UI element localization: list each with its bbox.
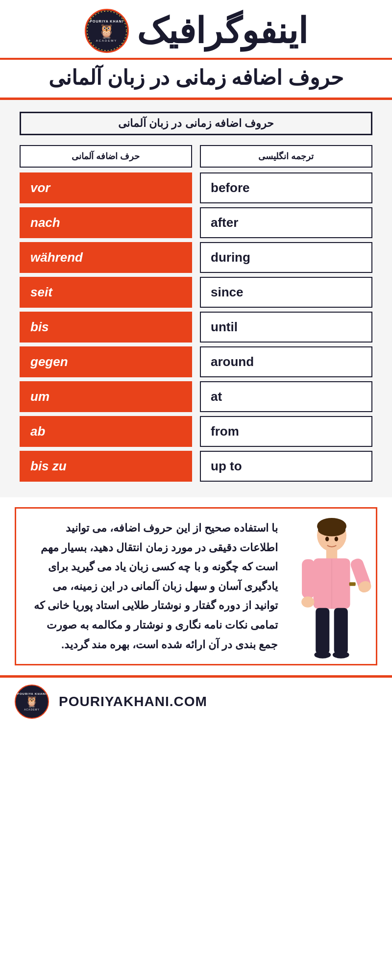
svg-text:★: ★: [122, 41, 124, 46]
cell-german-4: bis: [20, 312, 192, 343]
svg-point-17: [333, 651, 349, 659]
cell-german-2: während: [20, 242, 192, 273]
svg-point-19: [335, 537, 339, 541]
main-content: حروف اضافه زمانی در زبان آلمانی حرف اضاف…: [0, 100, 392, 497]
german-word-4: bis: [30, 319, 49, 335]
sub-header: حروف اضافه زمانی در زبان آلمانی: [0, 60, 392, 100]
table-row: nach after: [20, 207, 372, 238]
cell-german-5: gegen: [20, 346, 192, 377]
table-title-box: حروف اضافه زمانی در زبان آلمانی: [20, 112, 372, 135]
svg-rect-14: [316, 608, 329, 654]
svg-rect-8: [326, 550, 338, 560]
col-header-english: ترجمه انگلیسی: [200, 145, 372, 168]
table-title: حروف اضافه زمانی در زبان آلمانی: [118, 117, 274, 130]
header: POURIYA KHANI 🦉 ACADEMY ★ ★ ★ ★ اینفوگرا…: [0, 0, 392, 60]
cell-english-5: around: [200, 346, 372, 377]
svg-point-0: [87, 11, 126, 50]
person-image: [283, 507, 381, 664]
svg-rect-10: [302, 559, 315, 598]
footer: POURIYA KHANI 🦉 ACADEMY POURIYAKHANI.COM: [0, 675, 392, 726]
english-word-7: from: [211, 424, 239, 439]
header-title: اینفوگرافیک: [137, 13, 308, 49]
svg-point-12: [301, 596, 314, 608]
logo: POURIYA KHANI 🦉 ACADEMY ★ ★ ★ ★: [85, 9, 129, 53]
table-row: während during: [20, 242, 372, 273]
english-word-5: around: [211, 354, 254, 369]
footer-logo-bottom: ACADEMY: [24, 708, 40, 711]
cell-english-1: after: [200, 207, 372, 238]
col-header-german: حرف اضافه آلمانی: [20, 145, 192, 168]
cell-english-7: from: [200, 416, 372, 447]
german-word-2: während: [30, 250, 83, 265]
svg-text:★: ★: [122, 16, 124, 21]
table-row: gegen around: [20, 346, 372, 377]
cell-german-7: ab: [20, 416, 192, 447]
description-text: با استفاده صحیح از این حروف اضافه، می تو…: [26, 518, 278, 654]
table-row: bis zu up to: [20, 451, 372, 482]
cell-german-0: vor: [20, 172, 192, 203]
footer-url: POURIYAKHANI.COM: [59, 694, 207, 710]
table-row: vor before: [20, 172, 372, 203]
cell-german-1: nach: [20, 207, 192, 238]
footer-logo: POURIYA KHANI 🦉 ACADEMY: [15, 685, 49, 719]
table-row: ab from: [20, 416, 372, 447]
english-word-2: during: [211, 250, 250, 265]
german-word-0: vor: [30, 180, 50, 196]
cell-english-3: since: [200, 277, 372, 308]
cell-english-6: at: [200, 381, 372, 412]
vocabulary-table: حرف اضافه آلمانی ترجمه انگلیسی vor befor…: [20, 145, 372, 482]
svg-rect-15: [334, 608, 348, 654]
svg-rect-20: [349, 582, 356, 586]
cell-english-2: during: [200, 242, 372, 273]
table-rows: vor before nach after während during sei…: [20, 172, 372, 482]
cell-english-0: before: [200, 172, 372, 203]
english-word-8: up to: [211, 459, 242, 474]
cell-german-8: bis zu: [20, 451, 192, 482]
person-svg: [288, 517, 376, 664]
description-section: با استفاده صحیح از این حروف اضافه، می تو…: [15, 507, 377, 665]
svg-text:★: ★: [88, 41, 91, 46]
svg-point-7: [318, 523, 345, 536]
svg-text:★: ★: [88, 16, 91, 21]
table-row: bis until: [20, 312, 372, 343]
german-word-5: gegen: [30, 354, 68, 369]
english-word-6: at: [211, 389, 222, 404]
cell-german-3: seit: [20, 277, 192, 308]
logo-stars: ★ ★ ★ ★: [86, 10, 127, 51]
german-word-7: ab: [30, 424, 45, 439]
english-word-1: after: [211, 215, 238, 230]
sub-header-title: حروف اضافه زمانی در زبان آلمانی: [10, 66, 382, 90]
cell-english-8: up to: [200, 451, 372, 482]
table-header-row: حرف اضافه آلمانی ترجمه انگلیسی: [20, 145, 372, 168]
german-word-3: seit: [30, 285, 52, 300]
table-row: um at: [20, 381, 372, 412]
svg-point-18: [325, 537, 329, 541]
table-row: seit since: [20, 277, 372, 308]
cell-english-4: until: [200, 312, 372, 343]
english-word-0: before: [211, 180, 249, 196]
english-word-3: since: [211, 285, 244, 300]
cell-german-6: um: [20, 381, 192, 412]
german-word-1: nach: [30, 215, 60, 230]
english-word-4: until: [211, 319, 238, 335]
german-word-8: bis zu: [30, 459, 67, 474]
footer-logo-owl: 🦉: [25, 695, 38, 708]
german-word-6: um: [30, 389, 49, 404]
svg-point-16: [314, 651, 331, 659]
